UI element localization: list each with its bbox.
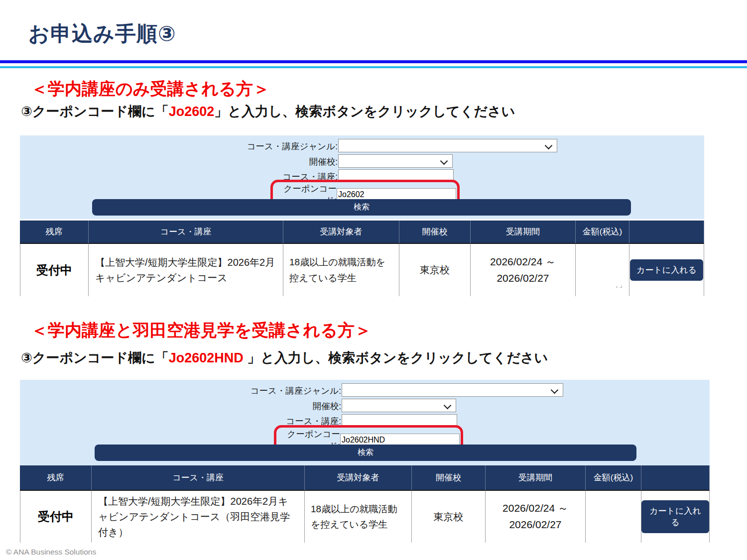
- instruction-text: ③クーポンコード欄に「Jo2602HND 」と入力し、検索ボタンをクリックしてく…: [21, 349, 548, 367]
- column-header-status: 残席: [20, 221, 89, 244]
- search-button[interactable]: 検索: [92, 199, 631, 216]
- status-cell: 受付中: [20, 244, 89, 296]
- results-table: 残席 コース・講座 受講対象者 開催校 受講期間 金額(税込) 受付中 【上智大…: [20, 221, 704, 296]
- column-header-course: コース・講座: [89, 221, 283, 244]
- column-header-status: 残席: [20, 465, 92, 491]
- price-fragment: ，」: [614, 282, 625, 289]
- school-select[interactable]: [338, 154, 453, 168]
- column-header-school: 開催校: [412, 465, 486, 491]
- add-to-cart-button[interactable]: カートに入れる: [630, 259, 703, 281]
- course-cell: 【上智大学/短期大学生限定】2026年2月キャビンアテンダントコース: [89, 244, 283, 296]
- column-header-audience: 受講対象者: [305, 465, 412, 491]
- chevron-down-icon: [444, 402, 452, 410]
- page-title: お申込み手順③: [28, 20, 176, 48]
- instruction-suffix: 」と入力し、検索ボタンをクリックしてください: [247, 350, 548, 365]
- genre-select[interactable]: [342, 383, 563, 397]
- column-header-audience: 受講対象者: [283, 221, 399, 244]
- column-header-price: 金額(税込): [586, 465, 641, 491]
- school-cell: 東京校: [412, 491, 486, 543]
- course-cell: 【上智大学/短期大学生限定】2026年2月キャビンアテンダントコース（羽田空港見…: [92, 491, 305, 543]
- price-cell: ，」: [576, 244, 629, 296]
- add-to-cart-button[interactable]: カートに入れる: [641, 500, 709, 533]
- column-header-course: コース・講座: [92, 465, 305, 491]
- period-cell: 2026/02/24 ～ 2026/02/27: [471, 244, 576, 296]
- genre-label: コース・講座ジャンル:: [20, 140, 338, 152]
- school-label: 開催校:: [20, 400, 341, 412]
- genre-select[interactable]: [338, 139, 557, 152]
- action-cell: カートに入れる: [641, 491, 710, 543]
- chevron-down-icon: [440, 157, 448, 165]
- section-heading-campus-only: ＜学内講座のみ受講される方＞: [31, 78, 270, 101]
- period-cell: 2026/02/24 ～ 2026/02/27: [486, 491, 586, 543]
- coupon-code-highlight: Jo2602: [169, 104, 215, 119]
- divider-cyan: [0, 66, 747, 68]
- column-header-action: [641, 465, 710, 491]
- instruction-prefix: ③クーポンコード欄に「: [21, 104, 169, 119]
- search-form-panel: コース・講座ジャンル: 開催校: コース・講座: クーポンコード: 検索: [20, 135, 704, 219]
- column-header-school: 開催校: [399, 221, 471, 244]
- audience-cell: 18歳以上の就職活動を控えている学生: [283, 244, 399, 296]
- search-button[interactable]: 検索: [95, 445, 636, 461]
- column-header-action: [629, 221, 704, 244]
- audience-cell: 18歳以上の就職活動を控えている学生: [305, 491, 412, 543]
- column-header-period: 受講期間: [486, 465, 586, 491]
- price-cell: [586, 491, 641, 543]
- instruction-prefix: ③クーポンコード欄に「: [21, 350, 169, 365]
- status-cell: 受付中: [20, 491, 92, 543]
- school-label: 開催校:: [20, 156, 338, 168]
- genre-label: コース・講座ジャンル:: [20, 385, 341, 397]
- action-cell: カートに入れる: [629, 244, 704, 296]
- copyright-footer: © ANA Business Solutions: [6, 548, 96, 557]
- instruction-text: ③クーポンコード欄に「Jo2602」と入力し、検索ボタンをクリックしてください: [21, 103, 515, 120]
- school-select[interactable]: [342, 399, 456, 412]
- search-form-panel: コース・講座ジャンル: 開催校: コース・講座: クーポンコード: 検索: [20, 380, 710, 465]
- school-cell: 東京校: [399, 244, 471, 296]
- column-header-period: 受講期間: [471, 221, 576, 244]
- column-header-price: 金額(税込): [576, 221, 629, 244]
- section-heading-campus-and-haneda: ＜学内講座と羽田空港見学を受講される方＞: [31, 319, 372, 342]
- chevron-down-icon: [551, 386, 559, 394]
- instruction-suffix: 」と入力し、検索ボタンをクリックしてください: [214, 104, 515, 119]
- results-table: 残席 コース・講座 受講対象者 開催校 受講期間 金額(税込) 受付中 【上智大…: [20, 465, 710, 543]
- coupon-code-highlight: Jo2602HND: [169, 350, 248, 365]
- divider-blue: [0, 60, 747, 63]
- chevron-down-icon: [545, 142, 553, 150]
